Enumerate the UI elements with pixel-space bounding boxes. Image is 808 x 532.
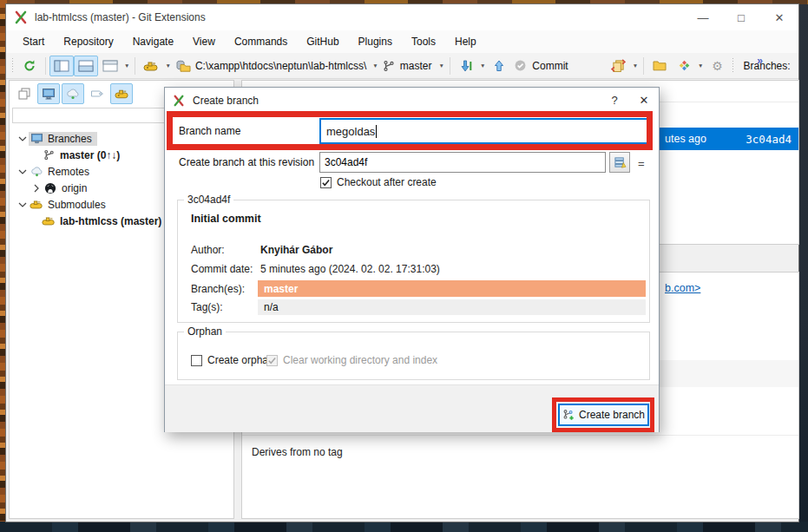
branch-selector[interactable]: master: [380, 56, 437, 76]
menu-navigate[interactable]: Navigate: [123, 32, 183, 51]
toolbar-separator: [45, 57, 46, 75]
dialog-help-button[interactable]: ?: [600, 88, 629, 113]
clear-working-directory-label: Clear working directory and index: [283, 354, 437, 366]
title-bar: lab-htmlcss (master) - Git Extensions — …: [6, 4, 798, 30]
repository-selector[interactable]: C:\xampp\htdocs\neptun\lab-htmlcss\: [173, 56, 371, 76]
toolbar-overflow-chevron-icon[interactable]: »: [757, 55, 762, 67]
toolbar-grip: [12, 58, 15, 74]
commit-button-label: Commit: [532, 60, 568, 72]
branch-icon: [383, 60, 395, 72]
branch-name-input[interactable]: megoldas: [319, 118, 649, 144]
collapse-all-button[interactable]: [13, 83, 36, 104]
dialog-close-button[interactable]: ✕: [629, 88, 659, 113]
submodule-dropdown-caret-icon[interactable]: ▼: [165, 62, 170, 69]
show-submodules-toggle[interactable]: [110, 83, 133, 104]
menu-plugins[interactable]: Plugins: [349, 32, 402, 51]
create-orphan-checkbox-unchecked[interactable]: [191, 355, 202, 366]
tree-label-submodule: lab-htmlcss (master): [56, 214, 165, 228]
layout-dropdown-caret-icon[interactable]: ▼: [124, 62, 129, 69]
derives-from-no-tag-text: Derives from no tag: [252, 446, 343, 458]
choose-revision-button[interactable]: [609, 152, 630, 173]
revision-equals-indicator: =: [638, 157, 645, 170]
chevron-down-icon[interactable]: [16, 201, 29, 208]
commit-time-fragment: utes ago: [665, 133, 706, 145]
submarine-icon: [115, 89, 129, 99]
author-email-link-fragment[interactable]: b.com>: [665, 282, 700, 294]
layout-left-icon: [54, 60, 69, 72]
git-extensions-logo-icon: [173, 95, 185, 107]
chevron-down-icon[interactable]: [16, 168, 29, 175]
commit-group-legend: 3c04ad4f: [184, 194, 233, 206]
commit-check-icon: [514, 59, 527, 72]
menu-tools[interactable]: Tools: [402, 32, 445, 51]
tree-label-remotes: Remotes: [44, 165, 93, 179]
branch-icon: [41, 149, 56, 161]
push-icon: [492, 59, 506, 73]
push-button[interactable]: [487, 56, 511, 76]
chevron-down-icon[interactable]: [16, 135, 29, 142]
stash-button[interactable]: [607, 56, 631, 76]
repository-path: C:\xampp\htdocs\neptun\lab-htmlcss\: [195, 60, 366, 72]
tree-label-master: master (0↑↓): [56, 148, 123, 162]
pull-icon: [459, 59, 473, 73]
create-orphan-row[interactable]: Create orphan: [191, 354, 274, 366]
settings-button[interactable]: ⚙: [706, 56, 730, 76]
main-toolbar: ▼ ▼ C:\xampp\htdocs\neptun\lab-htmlcss\ …: [6, 53, 798, 79]
branches-row-label: Branch(es):: [191, 283, 245, 295]
create-branch-dialog: Create branch ? ✕ Branch name megoldas C…: [164, 87, 660, 432]
branch-name-value: megoldas: [326, 125, 375, 138]
file-explorer-button[interactable]: [647, 56, 672, 76]
toolbar-separator: [643, 57, 644, 75]
menu-view[interactable]: View: [183, 32, 225, 51]
plugins-dropdown-caret-icon[interactable]: ▼: [698, 62, 703, 69]
show-branches-toggle[interactable]: [37, 83, 60, 104]
layout-bottom-icon: [78, 60, 94, 72]
commit-button[interactable]: Commit: [511, 56, 573, 76]
minimize-button[interactable]: —: [684, 4, 722, 30]
plugins-colors-button[interactable]: [672, 56, 696, 76]
revision-input[interactable]: [319, 152, 606, 173]
branches-row-value: master: [264, 283, 298, 295]
monitor-icon: [42, 88, 56, 100]
desktop-edge-bottom: [0, 522, 808, 532]
menu-start[interactable]: Start: [13, 32, 54, 51]
orphan-group: Orphan Create orphan Clear working direc…: [177, 332, 650, 380]
clear-working-directory-checkbox-disabled-checked: [266, 355, 278, 366]
dialog-title: Create branch: [193, 95, 600, 107]
repository-dropdown-caret-icon[interactable]: ▼: [372, 62, 378, 69]
layout-bottom-panel-button[interactable]: [74, 56, 98, 76]
menu-help[interactable]: Help: [445, 32, 486, 51]
checkmark-icon: [321, 178, 331, 187]
checkout-after-create-row[interactable]: Checkout after create: [320, 176, 437, 188]
layout-left-panel-button[interactable]: [49, 56, 74, 76]
revision-label: Create branch at this revision: [179, 156, 314, 168]
refresh-icon: [23, 59, 36, 73]
create-branch-button[interactable]: Create branch: [558, 404, 649, 426]
pull-dropdown-caret-icon[interactable]: ▼: [480, 62, 485, 69]
commit-subject: Initial commit: [191, 213, 261, 225]
chevron-right-icon[interactable]: [30, 184, 43, 193]
show-tags-toggle[interactable]: [86, 83, 108, 104]
menu-github[interactable]: GitHub: [297, 32, 348, 51]
checkout-checkbox-checked[interactable]: [320, 177, 332, 188]
tags-row-label: Tag(s):: [191, 301, 223, 313]
branches-row-value-highlight: master: [258, 280, 646, 297]
author-value: Knyihár Gábor: [260, 244, 332, 256]
layout-top-icon: [102, 60, 118, 72]
pull-button[interactable]: [454, 56, 478, 76]
text-caret: [376, 125, 377, 138]
diamond-icon: [678, 59, 691, 72]
refresh-button[interactable]: [17, 56, 42, 76]
commit-hash: 3c04ad4: [746, 133, 792, 146]
close-button[interactable]: ✕: [760, 4, 798, 30]
branch-dropdown-caret-icon[interactable]: ▼: [438, 62, 443, 69]
menu-repository[interactable]: Repository: [54, 32, 122, 51]
current-branch-name: master: [400, 60, 432, 72]
submodule-nav-button[interactable]: [139, 56, 163, 76]
layout-top-panel-button[interactable]: [98, 56, 122, 76]
stash-dropdown-caret-icon[interactable]: ▼: [633, 62, 638, 69]
show-remotes-toggle[interactable]: [62, 83, 84, 104]
window-title: lab-htmlcss (master) - Git Extensions: [35, 11, 684, 23]
menu-commands[interactable]: Commands: [225, 32, 297, 51]
maximize-button[interactable]: □: [722, 4, 760, 30]
